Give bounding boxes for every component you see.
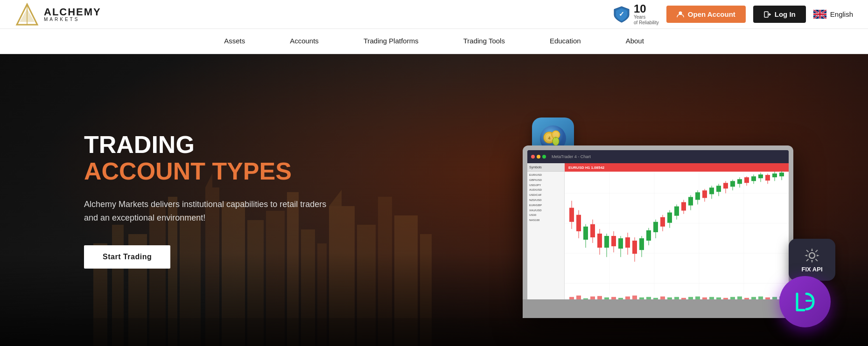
nav-item-about[interactable]: About	[603, 29, 666, 54]
reliability-text: 10 Years of Reliability	[634, 3, 659, 26]
logo-icon	[15, 2, 39, 27]
laptop-base	[523, 299, 793, 318]
nav-item-education[interactable]: Education	[527, 29, 603, 54]
nav-item-accounts[interactable]: Accounts	[267, 29, 341, 54]
gear-icon	[804, 247, 820, 264]
svg-rect-90	[716, 186, 721, 192]
svg-rect-82	[688, 197, 693, 205]
header: ALCHEMY MARKETS ✓ 10 Years of Reliabilit…	[0, 0, 868, 29]
hero-subtitle: Alchemy Markets delivers institutional c…	[84, 198, 327, 225]
logo-text: ALCHEMY MARKETS	[44, 7, 101, 22]
svg-rect-68	[639, 238, 644, 250]
svg-rect-84	[695, 192, 700, 200]
svg-text:4: 4	[548, 136, 550, 140]
svg-rect-106	[772, 173, 777, 177]
chart-dot-yellow	[537, 155, 540, 159]
svg-rect-92	[723, 183, 728, 188]
language-selector[interactable]: English	[813, 10, 853, 19]
uk-flag-icon	[813, 10, 826, 19]
chart-sidebar-header: Symbols	[527, 163, 564, 172]
svg-rect-72	[653, 222, 658, 232]
chart-sidebar: Symbols EUR/USDGBP/USDUSD/JPYAUD/USDUSD/…	[527, 163, 565, 313]
svg-rect-66	[632, 241, 637, 254]
svg-rect-62	[618, 238, 623, 249]
hero-visual: 4 MetaTrader 4 - Chart	[513, 104, 840, 337]
svg-rect-76	[667, 213, 672, 223]
svg-rect-88	[709, 187, 714, 194]
nav-item-trading-tools[interactable]: Trading Tools	[441, 29, 527, 54]
shield-icon: ✓	[613, 6, 630, 23]
svg-rect-80	[681, 202, 686, 211]
svg-text:EURUSD H1  1.08542: EURUSD H1 1.08542	[568, 166, 605, 170]
svg-point-33	[553, 132, 559, 138]
svg-rect-52	[583, 227, 588, 240]
lc-logo-icon	[790, 287, 820, 317]
svg-rect-5	[764, 12, 768, 17]
hero-title: TRADING ACCOUNT TYPES	[84, 131, 327, 185]
chart-symbol-list: EUR/USDGBP/USDUSD/JPYAUD/USDUSD/CHFNZD/U…	[527, 172, 564, 224]
svg-rect-100	[751, 176, 756, 181]
laptop-screen-body: MetaTrader 4 - Chart Symbols EUR/USDGBP/…	[523, 145, 793, 318]
svg-point-140	[809, 253, 815, 258]
svg-rect-70	[646, 230, 651, 241]
svg-rect-104	[765, 175, 770, 180]
svg-rect-98	[744, 177, 749, 183]
svg-rect-94	[730, 181, 735, 187]
laptop-screen: MetaTrader 4 - Chart Symbols EUR/USDGBP/…	[527, 150, 789, 313]
svg-rect-108	[779, 173, 784, 176]
svg-rect-86	[702, 190, 707, 198]
login-button[interactable]: Log In	[753, 6, 806, 23]
svg-rect-96	[737, 179, 742, 184]
chart-dot-green	[542, 155, 546, 159]
trading-chart: MetaTrader 4 - Chart Symbols EUR/USDGBP/…	[527, 150, 789, 313]
chart-toolbar: MetaTrader 4 - Chart	[527, 150, 789, 163]
svg-rect-48	[569, 208, 574, 222]
fixapi-icon: FIX API	[789, 239, 835, 281]
header-right: ✓ 10 Years of Reliability Open Account	[613, 3, 853, 26]
logo[interactable]: ALCHEMY MARKETS	[15, 2, 101, 27]
svg-rect-58	[604, 236, 609, 248]
svg-rect-74	[660, 217, 665, 227]
svg-rect-102	[758, 174, 763, 178]
svg-marker-22	[329, 190, 342, 206]
svg-text:✓: ✓	[619, 10, 624, 18]
svg-rect-54	[590, 224, 595, 237]
lc-widget[interactable]	[779, 276, 831, 327]
svg-rect-50	[576, 215, 581, 231]
navbar: Assets Accounts Trading Platforms Tradin…	[0, 29, 868, 54]
login-icon	[763, 11, 771, 18]
open-account-button[interactable]: Open Account	[666, 6, 746, 23]
reliability-badge: ✓ 10 Years of Reliability	[613, 3, 659, 26]
chart-dot-red	[531, 155, 535, 159]
hero-content: TRADING ACCOUNT TYPES Alchemy Markets de…	[84, 131, 327, 269]
person-icon	[677, 11, 684, 18]
chart-title-label: MetaTrader 4 - Chart	[552, 154, 591, 159]
svg-rect-56	[597, 234, 602, 248]
candlestick-chart: EURUSD H1 1.08542	[565, 163, 789, 313]
svg-rect-64	[625, 237, 630, 248]
chart-body: Symbols EUR/USDGBP/USDUSD/JPYAUD/USDUSD/…	[527, 163, 789, 313]
svg-rect-60	[611, 236, 616, 246]
svg-rect-78	[674, 207, 679, 216]
nav-item-trading-platforms[interactable]: Trading Platforms	[341, 29, 441, 54]
nav-item-assets[interactable]: Assets	[202, 29, 267, 54]
start-trading-button[interactable]: Start Trading	[84, 245, 170, 269]
hero-section: TRADING ACCOUNT TYPES Alchemy Markets de…	[0, 54, 868, 346]
